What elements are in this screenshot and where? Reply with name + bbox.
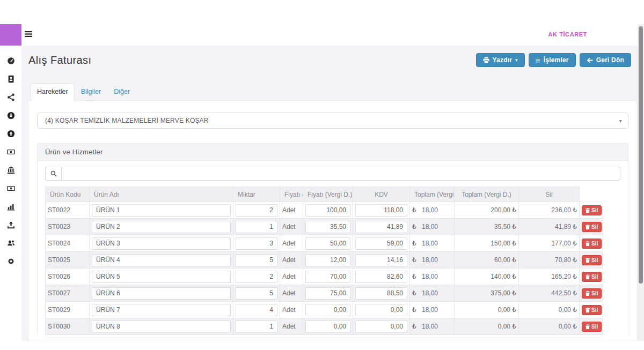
delete-row-button[interactable]: Sil (582, 255, 602, 265)
product-name-input[interactable] (92, 304, 231, 316)
price-inc-vat-input[interactable] (355, 254, 407, 266)
quantity-input[interactable] (236, 204, 277, 217)
total-inc-vat-cell: 442,50 ₺ (519, 285, 580, 302)
price-ex-vat-cell (303, 219, 353, 235)
sidebar-item-cash[interactable] (0, 179, 21, 197)
total-ex-vat-cell: 60,00 ₺ (455, 252, 519, 269)
delete-row-button[interactable]: Sil (582, 222, 602, 232)
sidebar-item-users[interactable] (0, 234, 21, 252)
total-ex-vat-cell: 0,00 ₺ (455, 302, 519, 318)
tab-bilgiler[interactable]: Bilgiler (75, 84, 108, 101)
price-inc-vat-input[interactable] (355, 287, 407, 300)
sidebar-item-import[interactable] (0, 215, 21, 234)
sidebar-item-sales[interactable] (0, 124, 21, 143)
delete-row-button[interactable]: Sil (582, 272, 602, 282)
product-name-input[interactable] (92, 271, 231, 283)
total-ex-vat-cell: 150,00 ₺ (455, 235, 519, 252)
product-name-input[interactable] (92, 254, 231, 266)
table-row: ST0023 Adet ₺18,00 35,50 ₺ 41,89 ₺ Sil (46, 219, 603, 235)
lira-icon: ₺ (573, 256, 577, 264)
price-ex-vat-input[interactable] (305, 237, 350, 250)
quantity-input[interactable] (236, 271, 277, 283)
toolbar: Yazdır ▾ ≡ İşlemler Geri Dön (476, 53, 631, 67)
total-inc-vat-cell: 0,00 ₺ (519, 318, 580, 335)
sidebar-item-reports[interactable] (0, 197, 21, 215)
lira-icon: ₺ (573, 289, 577, 297)
price-inc-vat-cell (353, 285, 410, 302)
tab-diger[interactable]: Diğer (107, 84, 136, 101)
supplier-select[interactable]: (4) KOŞAR TEMİZLİK MALZEMELERİ MERVE KOŞ… (37, 113, 628, 129)
price-inc-vat-input[interactable] (355, 237, 407, 250)
sidebar-item-money[interactable] (0, 143, 21, 161)
lira-icon: ₺ (412, 223, 422, 230)
price-ex-vat-input[interactable] (305, 204, 350, 217)
chevron-down-icon: ▾ (619, 118, 622, 124)
product-name-input[interactable] (92, 237, 231, 250)
vat-cell: ₺18,00 (410, 219, 455, 235)
product-name-input[interactable] (92, 204, 231, 217)
trash-icon (586, 258, 590, 263)
delete-cell: Sil (580, 269, 603, 285)
quantity-input[interactable] (236, 237, 277, 250)
price-ex-vat-input[interactable] (305, 321, 350, 333)
trash-icon (586, 241, 590, 246)
sidebar-item-purchases[interactable] (0, 106, 21, 124)
quantity-input[interactable] (236, 304, 277, 316)
sidebar-item-contacts[interactable] (0, 70, 21, 88)
price-inc-vat-input[interactable] (355, 221, 407, 233)
quantity-input[interactable] (236, 321, 277, 333)
price-ex-vat-input[interactable] (305, 287, 350, 300)
price-inc-vat-input[interactable] (355, 271, 407, 283)
delete-row-button[interactable]: Sil (582, 288, 602, 299)
app-logo[interactable] (0, 24, 21, 46)
quantity-input[interactable] (236, 287, 277, 300)
product-name-cell (90, 302, 233, 318)
price-ex-vat-input[interactable] (305, 271, 350, 283)
scrollbar-thumb[interactable] (639, 26, 643, 284)
column-header: Fiyatı (Vergi H.) (280, 187, 303, 202)
tab-hareketler[interactable]: Hareketler (31, 83, 75, 101)
delete-row-button[interactable]: Sil (582, 305, 602, 315)
price-inc-vat-cell (353, 252, 410, 269)
lira-icon: ₺ (512, 240, 516, 247)
column-header: Toplam (Vergi H.) (410, 187, 455, 202)
sidebar-item-dashboard[interactable] (0, 51, 21, 70)
price-inc-vat-input[interactable] (355, 321, 407, 333)
product-search-input[interactable] (61, 167, 620, 181)
total-ex-vat-cell: 0,00 ₺ (455, 318, 519, 335)
back-button[interactable]: Geri Dön (580, 53, 631, 67)
price-inc-vat-input[interactable] (355, 204, 407, 217)
sidebar-item-bank[interactable] (0, 161, 21, 179)
delete-cell: Sil (580, 302, 603, 318)
delete-row-button[interactable]: Sil (582, 205, 602, 215)
vat-cell: ₺18,00 (410, 202, 455, 219)
delete-row-button[interactable]: Sil (582, 322, 602, 332)
delete-row-button[interactable]: Sil (582, 239, 602, 249)
actions-button[interactable]: ≡ İşlemler (529, 53, 576, 67)
price-ex-vat-input[interactable] (305, 304, 350, 316)
price-inc-vat-input[interactable] (355, 304, 407, 316)
product-name-input[interactable] (92, 287, 231, 300)
product-name-input[interactable] (92, 221, 231, 233)
column-header: Ürün Kodu (46, 187, 90, 202)
quantity-input[interactable] (236, 254, 277, 266)
quantity-cell (233, 269, 280, 285)
sidebar-item-network[interactable] (0, 88, 21, 106)
quantity-input[interactable] (236, 221, 277, 233)
sidebar-toggle-button[interactable] (25, 31, 32, 38)
top-navbar: AK TİCARET (0, 24, 644, 46)
print-button[interactable]: Yazdır ▾ (476, 53, 525, 67)
search-icon (50, 170, 57, 177)
sidebar-item-settings[interactable] (0, 252, 21, 270)
product-code-cell: ST0027 (46, 285, 90, 302)
price-ex-vat-input[interactable] (305, 221, 350, 233)
product-name-input[interactable] (92, 321, 231, 333)
price-ex-vat-input[interactable] (305, 254, 350, 266)
list-icon: ≡ (536, 56, 540, 64)
company-brand-link[interactable]: AK TİCARET (548, 31, 587, 38)
price-ex-vat-cell (303, 302, 353, 318)
users-icon (7, 239, 15, 247)
column-header: Sil (519, 187, 580, 202)
vertical-scrollbar[interactable] (638, 24, 644, 341)
trash-icon (586, 324, 590, 329)
